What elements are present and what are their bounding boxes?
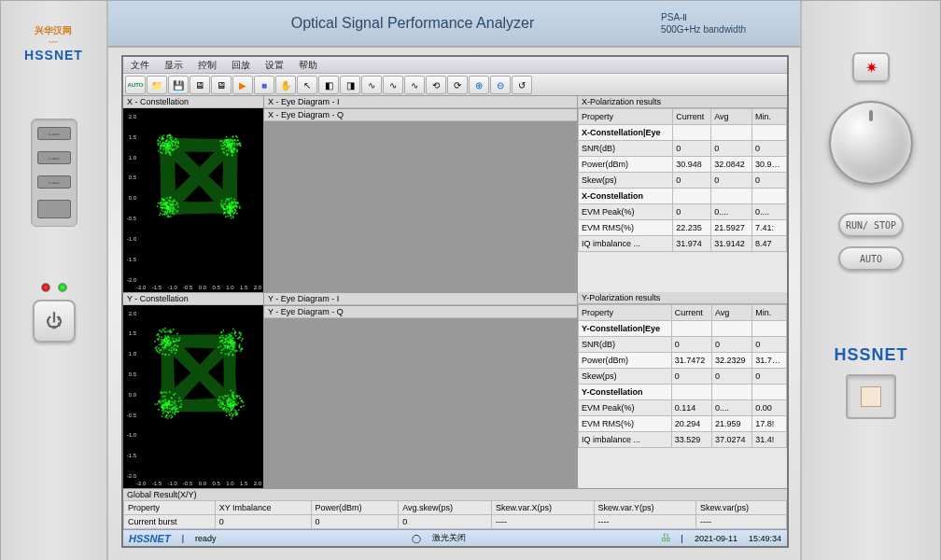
svg-point-413 bbox=[227, 216, 229, 217]
x-results-table[interactable]: PropertyCurrentAvgMin.X-Constellation|Ey… bbox=[578, 108, 787, 292]
global-table[interactable]: PropertyXY ImbalancePower(dBm)Avg.skew(p… bbox=[123, 500, 787, 529]
svg-point-435 bbox=[234, 201, 236, 203]
menu-帮助[interactable]: 帮助 bbox=[291, 57, 325, 73]
plot-y-constellation[interactable]: Y - Constellation 2.01.51.00.50.0-0.5-1.… bbox=[123, 293, 263, 489]
tb-play[interactable]: ▶ bbox=[232, 76, 253, 94]
menu-控制[interactable]: 控制 bbox=[190, 57, 224, 73]
svg-point-270 bbox=[167, 216, 169, 217]
tb-fx1[interactable]: ∿ bbox=[361, 76, 382, 94]
svg-point-501 bbox=[227, 210, 229, 212]
global-result: Global Result(X/Y) PropertyXY ImbalanceP… bbox=[123, 488, 787, 529]
svg-point-917 bbox=[224, 342, 226, 343]
svg-point-771 bbox=[161, 392, 162, 394]
content-area: X - Constellation 2.01.51.00.50.0-0.5-1.… bbox=[123, 96, 787, 488]
svg-point-775 bbox=[154, 403, 156, 405]
tb-monitor2[interactable]: 🖥 bbox=[211, 76, 232, 94]
svg-point-189 bbox=[162, 200, 164, 202]
optical-port[interactable] bbox=[846, 374, 896, 419]
svg-point-954 bbox=[233, 409, 235, 411]
svg-point-263 bbox=[172, 202, 174, 203]
plot-title: X - Eye Diagram - I bbox=[264, 96, 577, 108]
svg-point-95 bbox=[172, 145, 174, 147]
menu-设置[interactable]: 设置 bbox=[258, 57, 291, 73]
auto-button[interactable]: AUTO bbox=[838, 246, 904, 271]
svg-point-968 bbox=[243, 405, 245, 407]
tb-zoom-in[interactable]: ⊕ bbox=[469, 76, 489, 94]
svg-point-76 bbox=[160, 151, 162, 153]
svg-point-500 bbox=[230, 215, 232, 217]
svg-point-567 bbox=[162, 353, 163, 355]
svg-point-1010 bbox=[230, 406, 232, 408]
status-leds bbox=[41, 283, 67, 292]
plot-x-eye-i[interactable]: X - Eye Diagram - I 2.01.51.00.50.0 0.00… bbox=[264, 96, 577, 108]
svg-point-913 bbox=[221, 334, 223, 336]
menu-回放[interactable]: 回放 bbox=[224, 57, 258, 73]
plot-x-eye-q[interactable]: X - Eye Diagram - Q 2.01.51.00.50.0 0.00… bbox=[264, 109, 577, 121]
plot-y-eye-q[interactable]: Y - Eye Diagram - Q 2.01.51.00.50.0 0.00… bbox=[264, 306, 577, 318]
tb-save[interactable]: 💾 bbox=[168, 76, 189, 94]
svg-point-651 bbox=[159, 343, 161, 345]
usb-port-1[interactable]: ⊶⊷ bbox=[37, 127, 71, 140]
laser-button[interactable]: ✷ bbox=[852, 52, 890, 82]
tb-marker2[interactable]: ◨ bbox=[340, 76, 360, 94]
svg-point-1033 bbox=[236, 413, 238, 414]
svg-point-808 bbox=[222, 329, 224, 331]
svg-point-143 bbox=[173, 148, 175, 150]
tb-auto[interactable]: AUTO bbox=[125, 76, 146, 94]
svg-point-159 bbox=[177, 143, 179, 145]
svg-point-756 bbox=[174, 402, 176, 404]
tb-marker1[interactable]: ◧ bbox=[318, 76, 339, 94]
usb-port-2[interactable]: ⊶⊷ bbox=[37, 151, 71, 164]
svg-point-387 bbox=[236, 140, 238, 142]
svg-point-1011 bbox=[230, 399, 232, 400]
tb-fx3[interactable]: ∿ bbox=[404, 76, 425, 94]
svg-point-732 bbox=[171, 400, 173, 402]
svg-point-984 bbox=[230, 389, 232, 391]
tb-hand[interactable]: ✋ bbox=[275, 76, 296, 94]
plot-y-eye-i[interactable]: Y - Eye Diagram - I 2.01.51.00.50.0 0.00… bbox=[264, 293, 577, 305]
svg-point-249 bbox=[174, 213, 176, 215]
run-stop-button[interactable]: RUN/ STOP bbox=[838, 213, 904, 237]
svg-point-670 bbox=[165, 354, 167, 356]
svg-point-649 bbox=[160, 348, 162, 350]
svg-point-635 bbox=[164, 334, 166, 336]
global-title: Global Result(X/Y) bbox=[123, 489, 787, 500]
menu-显示[interactable]: 显示 bbox=[157, 57, 190, 73]
y-results: Y-Polarization results PropertyCurrentAv… bbox=[578, 292, 787, 488]
plot-grid: X - Constellation 2.01.51.00.50.0-0.5-1.… bbox=[123, 96, 577, 488]
svg-point-486 bbox=[224, 203, 226, 205]
menu-文件[interactable]: 文件 bbox=[123, 57, 157, 73]
tb-stop[interactable]: ■ bbox=[254, 76, 274, 94]
svg-point-506 bbox=[223, 213, 225, 215]
tb-link1[interactable]: ⟲ bbox=[426, 76, 446, 94]
tb-pointer[interactable]: ↖ bbox=[297, 76, 317, 94]
svg-point-485 bbox=[220, 203, 222, 204]
svg-point-1025 bbox=[232, 396, 234, 398]
svg-point-722 bbox=[168, 414, 170, 416]
rotary-knob[interactable] bbox=[829, 101, 913, 185]
y-results-table[interactable]: PropertyCurrentAvgMin.Y-Constellation|Ey… bbox=[578, 304, 787, 488]
svg-point-665 bbox=[164, 340, 166, 342]
svg-point-798 bbox=[175, 406, 176, 408]
tb-zoom-out[interactable]: ⊖ bbox=[490, 76, 511, 94]
network-icon: 品 bbox=[662, 532, 670, 544]
usb-port-3[interactable]: ⊶⊷ bbox=[37, 175, 71, 189]
svg-point-856 bbox=[238, 343, 240, 344]
tb-fx2[interactable]: ∿ bbox=[383, 76, 403, 94]
sb-brand: HSSNET bbox=[129, 533, 171, 544]
svg-point-1036 bbox=[232, 408, 233, 410]
ethernet-port[interactable] bbox=[37, 200, 71, 218]
svg-point-916 bbox=[230, 341, 232, 343]
svg-point-892 bbox=[228, 341, 230, 343]
plot-x-constellation[interactable]: X - Constellation 2.01.51.00.50.0-0.5-1.… bbox=[123, 96, 263, 292]
toolbar: AUTO📁💾🖥🖥▶■✋↖◧◨∿∿∿⟲⟳⊕⊖↺ bbox=[123, 74, 787, 96]
tb-folder[interactable]: 📁 bbox=[147, 76, 167, 94]
svg-point-633 bbox=[174, 344, 176, 346]
tb-link2[interactable]: ⟳ bbox=[447, 76, 468, 94]
tb-reset[interactable]: ↺ bbox=[512, 76, 532, 94]
svg-point-497 bbox=[221, 200, 223, 202]
tb-monitor1[interactable]: 🖥 bbox=[190, 76, 210, 94]
svg-point-919 bbox=[233, 345, 235, 347]
svg-point-457 bbox=[231, 217, 232, 219]
power-button[interactable]: ⏻ bbox=[33, 300, 76, 343]
